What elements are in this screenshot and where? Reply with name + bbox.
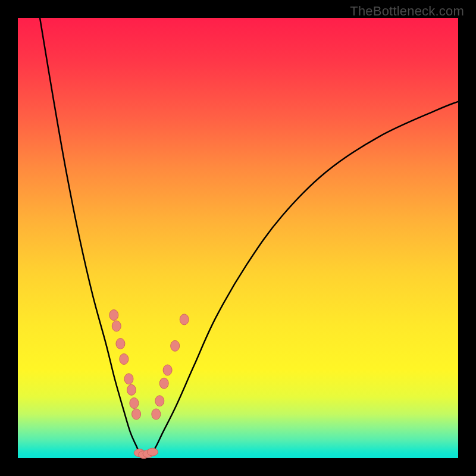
data-dots: [109, 310, 189, 459]
dot-right-4: [171, 340, 180, 351]
dot-right-1: [155, 396, 164, 406]
dot-right-3: [163, 365, 172, 375]
dot-left-1: [112, 321, 121, 331]
dot-bottom-3: [147, 448, 158, 456]
plot-area: [18, 18, 458, 458]
curve-layer: [18, 18, 458, 458]
chart-frame: TheBottleneck.com: [0, 0, 476, 476]
dot-right-0: [152, 409, 161, 419]
dot-left-4: [124, 374, 133, 384]
dot-left-5: [127, 384, 136, 395]
dot-left-3: [120, 354, 129, 365]
dot-left-0: [109, 310, 118, 321]
dot-right-5: [180, 314, 189, 325]
dot-left-2: [116, 339, 125, 349]
dot-left-7: [132, 409, 141, 419]
watermark-text: TheBottleneck.com: [350, 4, 464, 19]
dot-right-2: [159, 378, 168, 389]
dot-left-6: [130, 398, 139, 409]
right-curve: [144, 102, 458, 458]
